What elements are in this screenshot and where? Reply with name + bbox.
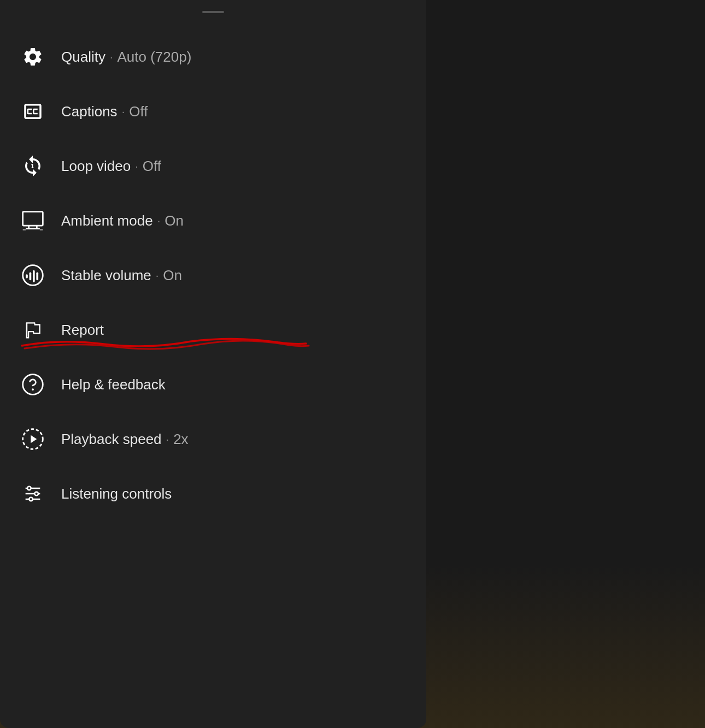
ambient-mode-separator: · [157,215,161,227]
menu-item-help-feedback[interactable]: Help & feedback [0,357,426,412]
stable-volume-separator: · [156,269,159,282]
quality-label: Quality [61,49,105,66]
svg-point-12 [23,375,43,395]
svg-rect-1 [23,212,43,226]
menu-item-loop-video[interactable]: 1 Loop video · Off [0,139,426,193]
gear-icon [17,42,48,72]
svg-text:1: 1 [31,163,34,169]
menu-container: Quality · Auto (720p) Captions · Off 1 L… [0,0,426,728]
menu-item-report[interactable]: Report [0,303,426,357]
svg-rect-9 [30,273,32,281]
menu-item-captions[interactable]: Captions · Off [0,84,426,139]
equalizer-icon [17,478,48,509]
captions-value: Off [129,103,148,120]
svg-rect-8 [26,274,28,278]
quality-separator: · [110,51,113,63]
cc-icon [17,96,48,127]
svg-point-21 [29,498,33,501]
loop-video-label: Loop video [61,158,131,175]
svg-point-19 [27,487,31,490]
report-label: Report [61,322,104,339]
listening-controls-label: Listening controls [61,486,172,502]
menu-item-stable-volume[interactable]: Stable volume · On [0,248,426,303]
svg-rect-10 [33,270,35,282]
loop-video-value: Off [143,158,161,175]
menu-item-playback-speed[interactable]: Playback speed · 2x [0,412,426,466]
stable-volume-value: On [163,267,182,284]
drag-handle[interactable] [202,11,224,13]
svg-rect-11 [36,273,38,281]
flag-icon [17,315,48,345]
loop-video-separator: · [135,160,138,173]
quality-value: Auto (720p) [117,49,191,66]
loop-icon: 1 [17,151,48,181]
svg-point-13 [32,388,34,390]
playback-speed-separator: · [166,433,169,446]
stable-volume-label: Stable volume [61,267,151,284]
captions-label: Captions [61,103,118,120]
ambient-icon [17,205,48,236]
playback-speed-label: Playback speed [61,431,162,448]
ambient-mode-label: Ambient mode [61,212,153,229]
menu-item-ambient-mode[interactable]: Ambient mode · On [0,193,426,248]
volume-icon [17,260,48,291]
menu-item-listening-controls[interactable]: Listening controls [0,466,426,521]
svg-marker-15 [31,435,37,443]
menu-item-quality[interactable]: Quality · Auto (720p) [0,29,426,84]
playback-speed-value: 2x [173,431,188,448]
help-feedback-label: Help & feedback [61,376,166,393]
svg-point-20 [34,492,38,496]
playback-icon [17,424,48,454]
help-icon [17,369,48,400]
captions-separator: · [122,105,125,118]
ambient-mode-value: On [164,212,184,229]
